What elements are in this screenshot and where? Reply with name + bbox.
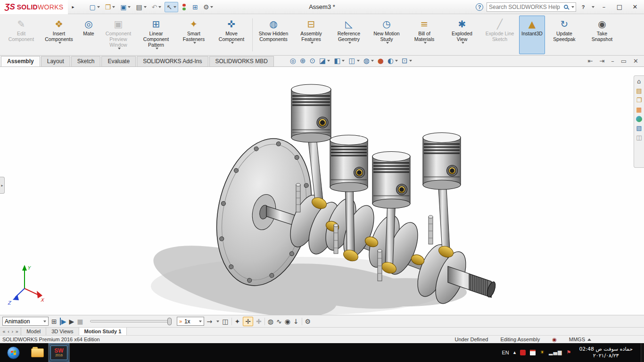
next-tab-icon[interactable]: › <box>11 329 13 335</box>
model-piston-2[interactable] <box>330 135 368 192</box>
add-key-icon[interactable]: ✚ <box>256 318 262 325</box>
antivirus-tray-icon[interactable] <box>520 350 526 355</box>
show-desktop-button[interactable] <box>641 343 644 362</box>
ribbon-button-bill-of-materials[interactable]: ≡Bill of Materials <box>406 16 443 54</box>
zoom-to-area-button[interactable]: ⊕ <box>300 57 306 65</box>
calendar-tray-icon[interactable] <box>530 350 536 355</box>
ribbon-button-component-preview-window[interactable]: ▣Component Preview Window <box>100 16 137 54</box>
dock-left-icon[interactable]: ⇤ <box>587 58 593 65</box>
tab-model[interactable]: Model <box>21 328 46 335</box>
options-button[interactable]: ⚙ <box>201 2 215 12</box>
file-properties-button[interactable]: ⊞ <box>190 2 200 12</box>
ribbon-button-explode-line-sketch[interactable]: ╱Explode Line Sketch <box>481 16 518 54</box>
taskbar-file-explorer[interactable] <box>26 343 48 362</box>
help-menu[interactable]: ? <box>579 3 587 11</box>
units-dropdown[interactable]: MMGS <box>569 337 591 342</box>
ribbon-button-reference-geometry[interactable]: ◺Reference Geometry <box>330 16 367 54</box>
save-animation-icon[interactable]: ◫ <box>222 318 228 325</box>
language-indicator[interactable]: EN <box>502 350 509 355</box>
model-piston-1[interactable] <box>291 84 331 142</box>
custom-properties-icon[interactable]: ▧ <box>636 125 642 132</box>
tab-solidworks-mbd[interactable]: SOLIDWORKS MBD <box>209 56 274 66</box>
edit-appearance-button[interactable]: ● <box>378 57 384 65</box>
ribbon-button-exploded-view[interactable]: ✱Exploded View <box>444 16 480 54</box>
open-button[interactable]: ❐ <box>103 2 117 12</box>
playback-mode-icon[interactable]: → <box>207 318 213 325</box>
calculate-icon[interactable]: ⊞ <box>51 318 57 325</box>
ribbon-button-move-component[interactable]: ✜Move Component <box>213 16 250 54</box>
ribbon-button-smart-fasteners[interactable]: ✦Smart Fasteners <box>175 16 212 54</box>
taskbar-solidworks-2016[interactable]: SW 2016 <box>48 343 70 362</box>
ribbon-button-show-hidden-components[interactable]: ◍Show Hidden Components <box>255 16 292 54</box>
ribbon-button-linear-component-pattern[interactable]: ⊞Linear Component Pattern <box>138 16 174 54</box>
model-piston-3[interactable] <box>372 152 410 209</box>
graphics-viewport[interactable]: Y X Z ▸ <box>0 67 644 315</box>
maximize-button[interactable]: □ <box>613 2 626 12</box>
search-input[interactable] <box>489 4 562 10</box>
tab-3d-views[interactable]: 3D Views <box>46 328 79 335</box>
chevron-down-icon[interactable] <box>592 6 594 8</box>
ribbon-button-assembly-features[interactable]: ⊟Assembly Features <box>293 16 330 54</box>
play-from-start-icon[interactable]: ▶ <box>60 318 66 325</box>
start-button[interactable] <box>0 343 26 362</box>
taskbar-clock[interactable]: حماده سوفت ص 02:48 ٢٠٢١/٠٨/٢٣ <box>575 346 636 359</box>
autokey-toggle[interactable]: ✛ <box>243 317 253 326</box>
first-tab-icon[interactable]: « <box>2 329 6 335</box>
motion-study-properties-icon[interactable]: ⚙ <box>305 318 311 325</box>
tab-assembly[interactable]: Assembly <box>1 56 40 66</box>
display-style-button[interactable]: ◫ <box>348 57 359 65</box>
ribbon-button-mate[interactable]: ◎Mate <box>78 16 99 54</box>
ribbon-button-insert-components[interactable]: ❖Insert Components <box>41 16 77 54</box>
gravity-icon[interactable]: ↓ <box>293 318 299 325</box>
doc-restore-icon[interactable]: ▭ <box>621 58 627 65</box>
previous-tab-icon[interactable]: ‹ <box>8 329 9 335</box>
view-palette-icon[interactable]: ▦ <box>636 107 642 113</box>
design-library-icon[interactable]: ▤ <box>636 88 642 94</box>
notification-flag-icon[interactable]: ⚑ <box>567 350 571 355</box>
chevron-down-icon[interactable] <box>571 6 574 8</box>
hidden-icons-caret[interactable]: ▴ <box>513 350 516 355</box>
hide-show-items-button[interactable]: ◍ <box>363 57 374 65</box>
undo-button[interactable]: ↶ <box>150 2 164 12</box>
brightness-tray-icon[interactable]: ☀ <box>540 350 545 355</box>
tab-evaluate[interactable]: Evaluate <box>101 56 136 66</box>
tab-solidworks-add-ins[interactable]: SOLIDWORKS Add-Ins <box>137 56 208 66</box>
ribbon-button-take-snapshot[interactable]: ◉Take Snapshot <box>584 16 620 54</box>
contact-icon[interactable]: ◉ <box>285 318 290 325</box>
animation-wizard-icon[interactable]: ✦ <box>235 318 240 325</box>
view-orientation-button[interactable]: ◧ <box>334 57 345 65</box>
3d-model-canvas[interactable]: Y X Z <box>0 67 644 315</box>
doc-close-icon[interactable]: ✕ <box>633 58 638 65</box>
close-button[interactable]: ✕ <box>629 2 641 12</box>
tab-sketch[interactable]: Sketch <box>71 56 101 66</box>
search-icon[interactable] <box>564 5 568 9</box>
apply-scene-button[interactable]: ◐ <box>388 57 398 65</box>
timeline-slider[interactable] <box>90 320 170 322</box>
section-view-button[interactable]: ◪ <box>319 57 330 65</box>
save-button[interactable]: ▣ <box>118 2 132 12</box>
ribbon-button-instant3d[interactable]: ▲Instant3D <box>519 16 545 54</box>
appearances-scenes-icon[interactable]: ● <box>636 116 642 122</box>
spring-icon[interactable]: ∿ <box>276 318 282 325</box>
solidworks-resources-icon[interactable]: ⌂ <box>637 78 641 85</box>
menu-flyout-icon[interactable]: ▸ <box>72 4 74 9</box>
previous-view-button[interactable]: ⊙ <box>310 57 316 65</box>
tab-layout[interactable]: Layout <box>41 56 70 66</box>
study-type-dropdown[interactable]: Animation <box>2 317 49 326</box>
file-explorer-icon[interactable]: ❐ <box>636 97 642 104</box>
motor-icon[interactable]: ◍ <box>268 318 273 325</box>
ribbon-button-update-speedpak[interactable]: ↻Update Speedpak <box>546 16 583 54</box>
model-piston-4[interactable] <box>423 133 461 190</box>
ribbon-button-edit-component[interactable]: ✎Edit Component <box>3 16 40 54</box>
stop-icon[interactable]: ■ <box>77 318 83 325</box>
select-button[interactable]: ↖ <box>165 2 178 12</box>
minimize-button[interactable]: – <box>598 2 610 12</box>
view-settings-button[interactable]: ⊡ <box>402 57 412 65</box>
rebuild-button[interactable] <box>180 2 189 12</box>
zoom-to-fit-button[interactable]: ◎ <box>290 57 296 65</box>
network-tray-icon[interactable]: ▂▄▆ <box>549 350 562 355</box>
ribbon-button-new-motion-study[interactable]: ◷New Motion Study <box>368 16 405 54</box>
last-tab-icon[interactable]: » <box>16 329 19 335</box>
feature-tree-splitter[interactable]: ▸ <box>0 177 5 194</box>
tab-motion-study-1[interactable]: Motion Study 1 <box>79 328 127 335</box>
